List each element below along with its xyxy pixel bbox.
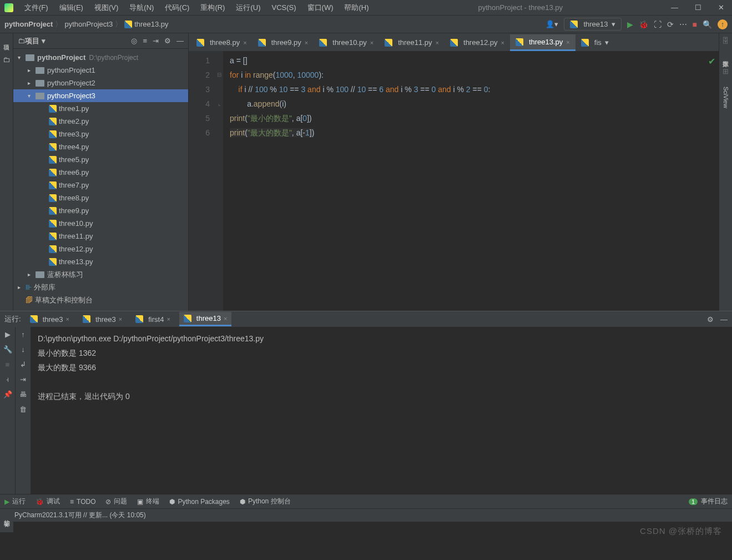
close-tab-icon[interactable]: × [166,316,170,322]
menu-help[interactable]: 帮助(H) [340,1,373,15]
tree-folder[interactable]: ▸蓝桥杯练习 [13,268,188,281]
run-tab[interactable]: three3× [26,313,74,326]
crumb-root[interactable]: pythonProject [4,20,53,28]
minimize-button[interactable]: — [668,2,681,13]
toolstrip-run[interactable]: ▶运行 [4,497,26,506]
editor-tab[interactable]: three11.py× [379,35,445,51]
coverage-button[interactable]: ⛶ [654,20,662,29]
print-icon[interactable]: 🖶 [19,390,27,398]
stop-button[interactable]: ■ [693,20,697,29]
tree-external-libs[interactable]: ▸⊪外部库 [13,281,188,294]
up-arrow-icon[interactable]: ↑ [21,330,25,339]
menu-window[interactable]: 窗口(W) [303,1,338,15]
tree-file[interactable]: three3.py [13,128,188,140]
console-output[interactable]: D:\python\python.exe D:/pythonProject/py… [31,327,732,494]
close-tab-icon[interactable]: × [243,39,246,46]
tree-folder[interactable]: ▸pythonProject2 [13,77,188,89]
sciview-icon[interactable]: ⊞ [723,67,729,75]
chevron-down-icon[interactable]: ▾ [605,38,609,47]
tree-folder-selected[interactable]: ▾pythonProject3 [13,89,188,102]
run-button[interactable]: ▶ [627,20,633,29]
close-window-button[interactable]: ✕ [715,2,728,13]
toolstrip-debug[interactable]: 🐞调试 [36,497,60,506]
editor-tab[interactable]: three9.py× [253,35,314,51]
collapse-all-icon[interactable]: ⇥ [153,37,159,45]
sidebar-tab-sciview[interactable]: SciView [723,87,729,108]
editor-tab-active[interactable]: three13.py× [510,34,575,51]
close-tab-icon[interactable]: × [119,316,122,322]
tree-file[interactable]: three7.py [13,179,188,191]
menu-view[interactable]: 视图(V) [90,1,123,15]
editor-tab[interactable]: three10.py× [314,35,379,51]
toolstrip-problems[interactable]: ⊘问题 [105,497,127,506]
project-files-icon[interactable]: 🗀 [3,56,10,64]
profile-button[interactable]: ⟳ [667,20,674,29]
tree-file[interactable]: three5.py [13,153,188,166]
down-arrow-icon[interactable]: ↓ [21,345,25,354]
project-tree[interactable]: ▾pythonProjectD:\pythonProject ▸pythonPr… [13,49,188,311]
toolstrip-event-log[interactable]: 事件日志 [701,497,728,506]
menu-navigate[interactable]: 导航(N) [125,1,158,15]
toolstrip-python-packages[interactable]: ⬢Python Packages [169,498,229,506]
settings-icon[interactable]: ⚙ [164,37,171,45]
tree-file[interactable]: three10.py [13,217,188,230]
run-tab[interactable]: three3× [78,313,127,326]
run-tab[interactable]: first4× [131,313,175,326]
fold-gutter[interactable]: ⊟⌞ [215,51,223,311]
code-editor[interactable]: ✔ 123456 ⊟⌞ a = [] for i in range(1000, … [189,51,719,311]
menu-file[interactable]: 文件(F) [20,1,53,15]
hide-panel-icon[interactable]: — [720,315,728,324]
menu-run[interactable]: 运行(U) [231,1,265,15]
tree-scratches[interactable]: 🗐草稿文件和控制台 [13,294,188,306]
gear-icon[interactable]: ⚙ [707,315,714,324]
tree-root[interactable]: ▾pythonProjectD:\pythonProject [13,51,188,64]
run-tab-active[interactable]: three13× [179,312,232,326]
close-tab-icon[interactable]: × [566,39,569,46]
toolstrip-terminal[interactable]: ▣终端 [137,497,159,506]
attach-button[interactable]: ⋯ [679,20,687,29]
menu-code[interactable]: 代码(C) [160,1,194,15]
locate-file-icon[interactable]: ◎ [131,37,137,45]
hide-panel-icon[interactable]: — [176,37,184,45]
editor-tab[interactable]: fis▾ [575,35,614,51]
crumb-folder[interactable]: pythonProject3 [64,20,113,28]
rerun-button[interactable]: ▶ [5,330,11,339]
code-content[interactable]: a = [] for i in range(1000, 10000): if i… [223,51,719,311]
editor-tab[interactable]: three12.py× [445,35,510,51]
maximize-button[interactable]: ☐ [691,2,705,13]
editor-tab[interactable]: three8.py× [191,35,253,51]
tree-file[interactable]: three9.py [13,204,188,217]
tree-file[interactable]: three1.py [13,102,188,115]
toolstrip-todo[interactable]: ≡TODO [70,498,95,506]
close-tab-icon[interactable]: × [436,39,439,46]
scroll-to-end-icon[interactable]: ⇥ [20,375,26,384]
tree-file[interactable]: three2.py [13,115,188,128]
search-everywhere-icon[interactable]: 🔍 [703,20,712,29]
update-available-icon[interactable]: ↑ [718,19,728,29]
layout-icon[interactable]: ⫞ [6,375,9,384]
tree-file[interactable]: three6.py [13,166,188,179]
tree-folder[interactable]: ▸pythonProject1 [13,64,188,77]
toolstrip-python-console[interactable]: ⬢Python 控制台 [240,497,291,506]
crumb-file[interactable]: three13.py [124,20,168,29]
tree-file[interactable]: three11.py [13,230,188,243]
pin-icon[interactable]: 📌 [3,390,12,398]
expand-all-icon[interactable]: ≡ [143,37,147,45]
wrench-icon[interactable]: 🔧 [3,345,12,354]
menu-edit[interactable]: 编辑(E) [55,1,88,15]
debug-button[interactable]: 🐞 [639,20,648,29]
menu-vcs[interactable]: VCS(S) [267,1,300,14]
tree-file[interactable]: three12.py [13,243,188,255]
sidebar-tab-project[interactable]: 项目 [1,36,12,44]
stop-button[interactable]: ■ [6,360,10,369]
tree-file[interactable]: three13.py [13,255,188,268]
menu-refactor[interactable]: 重构(R) [196,1,229,15]
user-icon[interactable]: 👤▾ [546,20,558,28]
close-tab-icon[interactable]: × [501,39,504,46]
trash-icon[interactable]: 🗑 [19,405,27,413]
database-icon[interactable]: 🗄 [722,37,729,45]
close-tab-icon[interactable]: × [224,315,227,322]
run-config-selector[interactable]: three13 ▾ [564,18,621,31]
tree-file[interactable]: three4.py [13,140,188,153]
close-tab-icon[interactable]: × [305,39,308,46]
